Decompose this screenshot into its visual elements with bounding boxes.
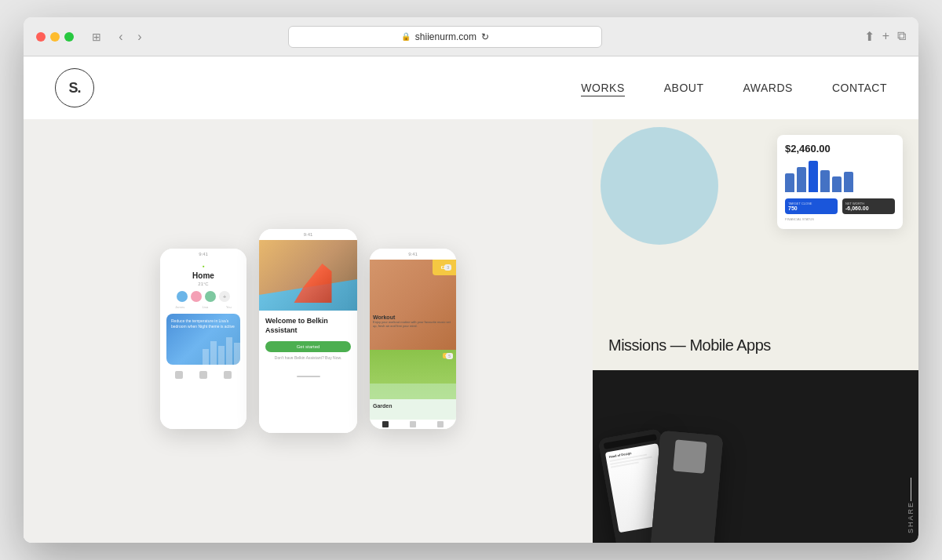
bar-1 <box>785 173 794 192</box>
forward-button[interactable]: › <box>132 29 148 45</box>
browser-toolbar: ⊞ ‹ › 🔒 shiienurm.com ↻ ⬆ + ⧉ <box>24 17 918 56</box>
phone3-workout: €25 3 Workout Enjoy your workout routine… <box>370 260 456 350</box>
url-text: shiienurm.com <box>415 31 476 42</box>
bar-4 <box>820 170 830 192</box>
bar-6 <box>844 172 853 192</box>
close-button[interactable] <box>36 32 46 42</box>
phone2-status-bar: 9:41 <box>259 229 357 240</box>
maximize-button[interactable] <box>64 32 74 42</box>
finance-ui: $2,460.00 TARGET CLOSE 7 <box>777 135 903 229</box>
lock-icon: 🔒 <box>401 32 411 41</box>
phone1-card-text: Reduce the temperature in Lisa's bedroom… <box>171 318 236 329</box>
menu-icon <box>224 371 232 379</box>
nav-contact[interactable]: CONTACT <box>832 82 887 94</box>
stat-networth: NET WORTH -6,060.00 <box>842 198 895 214</box>
new-tab-icon[interactable]: + <box>882 29 889 44</box>
minimize-button[interactable] <box>50 32 60 42</box>
toolbar-right: ⬆ + ⧉ <box>864 29 906 44</box>
phones-container: 9:41 ● Home 21°C + <box>144 198 472 464</box>
phone3-garden: €25 Garden 5 <box>370 350 456 429</box>
phone1-content: ● Home 21°C + JamesLisaYou <box>160 260 246 429</box>
nav-about[interactable]: ABOUT <box>664 82 704 94</box>
phone3-content: €25 3 Workout Enjoy your workout routine… <box>370 260 456 429</box>
bar-3 <box>809 161 818 192</box>
back-button[interactable]: ‹ <box>113 29 129 45</box>
home-icon <box>175 371 183 379</box>
phone2-link[interactable]: Don't have Belkin Assistant? Buy Now. <box>265 355 351 360</box>
phone3-workout-img: €25 3 <box>370 260 456 350</box>
browser-window: ⊞ ‹ › 🔒 shiienurm.com ↻ ⬆ + ⧉ S. WORKS A… <box>24 17 918 543</box>
phone2-content: Welcome to Belkin Assistant Get started … <box>259 240 357 433</box>
phone-belkin: 9:41 Welcome to Belkin Assistant Get sta… <box>259 229 357 433</box>
right-panel: $2,460.00 TARGET CLOSE 7 <box>593 119 918 543</box>
phone1-bottom-nav <box>163 368 243 382</box>
phone2-title: Welcome to Belkin Assistant <box>265 317 351 335</box>
sidebar-toggle-icon[interactable]: ⊞ <box>89 30 104 44</box>
address-bar[interactable]: 🔒 shiienurm.com ↻ <box>288 26 602 48</box>
finance-chart <box>785 161 895 192</box>
phone2-text-area: Welcome to Belkin Assistant Get started … <box>259 311 357 366</box>
dark-phone-2 <box>651 431 724 543</box>
get-started-button[interactable]: Get started <box>265 341 351 352</box>
tabs-icon[interactable]: ⧉ <box>897 29 906 44</box>
buildings-deco <box>203 337 240 365</box>
traffic-lights <box>36 32 74 42</box>
reload-icon[interactable]: ↻ <box>481 31 489 42</box>
bar-5 <box>832 176 842 192</box>
site-logo[interactable]: S. <box>55 68 94 107</box>
phone2-bottom-nav <box>259 369 357 384</box>
bar-2 <box>797 167 806 192</box>
phone3-bottom-nav <box>370 420 456 429</box>
share-icon[interactable]: ⬆ <box>864 29 874 44</box>
left-panel: 9:41 ● Home 21°C + <box>24 119 593 543</box>
phone1-card: Reduce the temperature in Lisa's bedroom… <box>166 314 240 365</box>
card-dark: Head of Design <box>593 370 918 543</box>
stat2-label: NET WORTH <box>845 202 892 205</box>
stat1-value: 750 <box>788 205 834 211</box>
share-line <box>911 478 911 501</box>
avatar-add[interactable]: + <box>219 291 230 302</box>
stat3-label: FINANCIAL STATUS <box>785 217 895 221</box>
garden-label: Garden <box>373 403 453 409</box>
workout-desc: Enjoy your workout routine with your fav… <box>373 320 453 328</box>
missions-label: Missions — Mobile Apps <box>608 336 771 355</box>
search-icon <box>199 371 207 379</box>
nav-works[interactable]: WORKS <box>581 82 624 94</box>
workout-label: Workout <box>373 315 453 320</box>
site-header: S. WORKS ABOUT AWARDS CONTACT <box>24 56 918 119</box>
phone1-status-bar: 9:41 <box>160 249 246 260</box>
stat2-value: -6,060.00 <box>845 205 892 211</box>
stat-target: TARGET CLOSE 750 <box>785 198 838 214</box>
avatar-2 <box>191 291 202 302</box>
nav-buttons: ‹ › <box>113 29 148 45</box>
site-nav: WORKS ABOUT AWARDS CONTACT <box>581 82 887 94</box>
finance-amount: $2,460.00 <box>785 143 895 155</box>
badge-5: 5 <box>446 353 453 359</box>
stat1-label: TARGET CLOSE <box>788 202 834 205</box>
phone-home: 9:41 ● Home 21°C + <box>160 249 246 429</box>
share-sidebar: SHARE <box>903 464 918 543</box>
avatar-1 <box>177 291 188 302</box>
card-finance: $2,460.00 TARGET CLOSE 7 <box>593 119 918 370</box>
site-content: S. WORKS ABOUT AWARDS CONTACT 9:41 ● <box>24 56 918 543</box>
phone1-title: Home <box>163 271 243 280</box>
nav-awards[interactable]: AWARDS <box>743 82 792 94</box>
share-label: SHARE <box>907 501 915 533</box>
avatar-3 <box>205 291 216 302</box>
finance-stats: TARGET CLOSE 750 NET WORTH -6,060.00 <box>785 198 895 214</box>
phone1-avatars: + <box>163 291 243 302</box>
site-main: 9:41 ● Home 21°C + <box>24 119 918 543</box>
phone1-temp: 21°C <box>163 282 243 286</box>
phone2-image <box>259 240 357 311</box>
badge-3: 3 <box>444 264 451 271</box>
phone3-status-bar: 9:41 <box>370 249 456 260</box>
phone-workout: 9:41 €25 3 Wor <box>370 249 456 429</box>
deco-circle-blue <box>601 127 718 245</box>
